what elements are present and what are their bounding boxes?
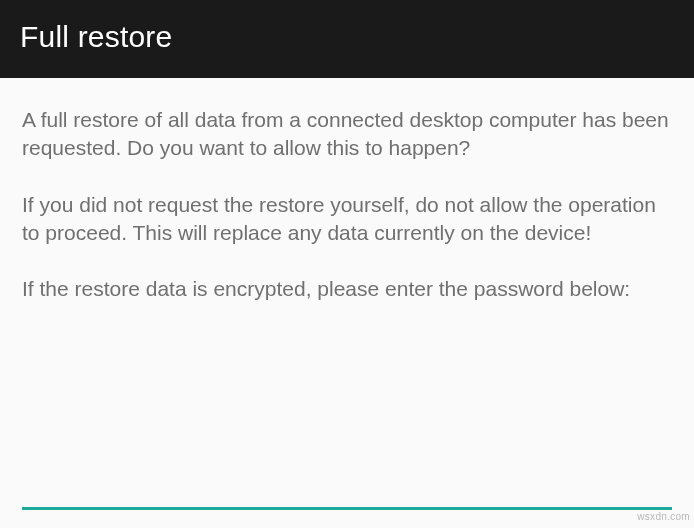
restore-description-1: A full restore of all data from a connec… <box>22 106 672 163</box>
password-input[interactable] <box>22 476 672 510</box>
password-prompt: If the restore data is encrypted, please… <box>22 275 672 303</box>
restore-warning: If you did not request the restore yours… <box>22 191 672 248</box>
dialog-title: Full restore <box>20 20 172 54</box>
dialog-content: A full restore of all data from a connec… <box>0 78 694 304</box>
password-field-wrap <box>22 476 672 510</box>
dialog-header: Full restore <box>0 0 694 78</box>
watermark-text: wsxdn.com <box>637 511 690 522</box>
full-restore-dialog: Full restore A full restore of all data … <box>0 0 694 528</box>
